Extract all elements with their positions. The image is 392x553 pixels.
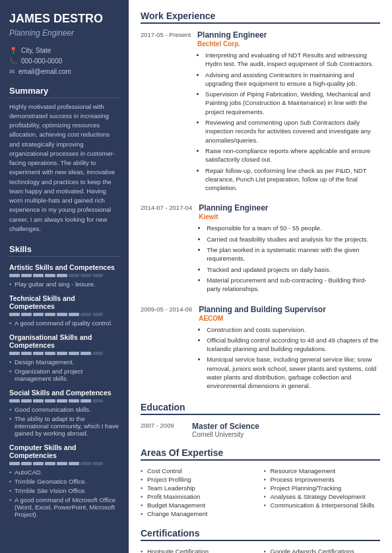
expertise-item: Budget Management (141, 502, 257, 509)
skill-item: Good communication skills. (9, 406, 119, 413)
skill-bars (9, 274, 119, 277)
summary-title: Summary (9, 86, 119, 98)
skill-bar (81, 399, 91, 403)
job-bullet: Raise non-compliance reports where appli… (205, 146, 380, 164)
expertise-item: Process Improvements (264, 476, 381, 483)
skill-item: Trimble Site Vision Office. (9, 487, 119, 494)
job-bullets: Interpreting and evaluating of NDT Resul… (197, 51, 380, 192)
job-bullet: Advising and assisting Contractors in ma… (205, 71, 380, 88)
job-title: Planning Engineer (199, 203, 380, 212)
edu-container: 2007 - 2009Master of ScienceCornell Univ… (141, 422, 380, 438)
skill-bars (9, 313, 119, 316)
expertise-item: Change Management (141, 510, 257, 517)
skill-bar (33, 399, 44, 403)
skill-bar (45, 462, 55, 465)
skill-bar (57, 462, 67, 465)
phone-icon: 📞 (9, 57, 17, 65)
skill-bar (45, 313, 55, 316)
job-company: AECOM (199, 315, 380, 322)
skill-bar (21, 313, 32, 316)
skill-bar (21, 352, 32, 355)
expertise-title: Areas Of Expertise (141, 447, 380, 461)
job-entry: 2014-07 - 2017-04Planning EngineerKiewit… (141, 203, 380, 295)
skill-group-title: Artistic Skills and Competences (9, 263, 119, 271)
job-bullets: Construction and costs supervision.Offic… (199, 325, 380, 391)
job-date: 2017-05 - Present (141, 30, 191, 194)
job-title: Planning Engineer (197, 30, 380, 40)
skill-bars (9, 399, 119, 403)
job-bullet: Interpreting and evaluating of NDT Resul… (205, 51, 380, 69)
expertise-item: Team Leadership (141, 484, 257, 492)
job-bullet: Material procurement and sub-contracting… (207, 276, 380, 294)
job-date: 2009-05 - 2014-06 (141, 305, 192, 393)
skill-bar (45, 274, 55, 277)
job-bullet: Official building control according to 4… (207, 336, 380, 354)
location-icon: 📍 (9, 47, 17, 54)
expertise-col2: Resource ManagementProcess ImprovementsP… (264, 467, 381, 519)
skill-bar (9, 462, 20, 465)
expertise-col1: Cost ControlProject ProfilingTeam Leader… (141, 467, 257, 519)
skill-bar (69, 274, 79, 277)
skill-bar (9, 399, 20, 403)
contact-location: 📍 City, State (9, 47, 119, 54)
skill-bar (57, 399, 67, 403)
skill-item: The ability to adapt to the internationa… (9, 415, 119, 437)
cert-grid: Hootsuite CertificationGoogle Analytics … (141, 548, 380, 553)
certifications-title: Certifications (141, 528, 380, 541)
certifications-section: Certifications Hootsuite CertificationGo… (141, 528, 380, 553)
skill-bar (45, 399, 55, 403)
job-bullet: Construction and costs supervision. (207, 325, 380, 334)
skill-bar (81, 352, 91, 355)
edu-date: 2007 - 2009 (141, 422, 185, 438)
skill-bar (33, 274, 44, 277)
skill-bar (9, 352, 20, 355)
job-company: Bechtel Corp. (197, 40, 380, 48)
skill-item: A good command of Microsoft Office (Word… (9, 496, 119, 518)
job-bullet: Tracked and updated projects on daily ba… (207, 265, 380, 274)
skill-bar (69, 399, 79, 403)
skill-bar (57, 274, 67, 277)
skill-bar (21, 399, 32, 403)
job-bullet: Supervision of Piping Fabrication, Weldi… (205, 90, 380, 116)
skill-group-title: Computer Skills and Competencies (9, 443, 119, 459)
job-date: 2014-07 - 2017-04 (141, 203, 192, 295)
skill-item: Design Management. (9, 358, 119, 366)
contact-email: ✉ email@email.com (9, 68, 119, 75)
jobs-container: 2017-05 - PresentPlanning EngineerBechte… (141, 30, 380, 393)
candidate-name: JAMES DESTRO (9, 12, 119, 26)
cert-col2: Google Adwords Certifications (264, 548, 381, 553)
expertise-section: Areas Of Expertise Cost ControlProject P… (141, 447, 380, 519)
skill-bar (9, 274, 20, 277)
skills-container: Artistic Skills and CompetencesPlay guit… (9, 263, 119, 518)
work-experience-title: Work Experience (141, 11, 380, 24)
job-company: Kiewit (199, 213, 380, 220)
skill-bar (33, 352, 44, 355)
summary-text: Highly motivated professional with demon… (9, 102, 119, 234)
skill-group-title: Social Skills and Competences (9, 389, 119, 397)
cert-col1: Hootsuite CertificationGoogle Analytics … (141, 548, 257, 553)
cert-item: Hootsuite Certification (141, 548, 257, 553)
job-bullet: Municipal service base, including genera… (207, 355, 380, 390)
skill-bar (69, 462, 79, 465)
expertise-item: Analyses & Strategy Development (264, 493, 381, 500)
skill-item: AutoCAD. (9, 469, 119, 476)
skill-bar (92, 313, 103, 316)
job-bullet: Carried out feasibility studies and anal… (207, 235, 380, 244)
skills-title: Skills (9, 244, 119, 257)
cert-item: Google Adwords Certifications (264, 548, 381, 553)
expertise-grid: Cost ControlProject ProfilingTeam Leader… (141, 467, 380, 519)
skill-item: Trimble Geomatics Office. (9, 478, 119, 485)
skill-group-title: Technical Skills and Competences (9, 294, 119, 310)
job-entry: 2009-05 - 2014-06Planning and Building S… (141, 305, 380, 393)
edu-content: Master of ScienceCornell University (192, 422, 259, 438)
contact-phone: 📞 000-000-0000 (9, 57, 119, 65)
main-content: Work Experience 2017-05 - PresentPlannin… (129, 0, 392, 553)
cert-container: Hootsuite CertificationGoogle Analytics … (141, 548, 380, 553)
skill-bar (92, 274, 103, 277)
skill-bar (81, 462, 91, 465)
job-content: Planning EngineerBechtel Corp.Interpreti… (197, 30, 380, 194)
expertise-item: Resource Management (264, 467, 381, 474)
job-bullet: The plan worked in a systematic manner w… (207, 245, 380, 263)
edu-school: Cornell University (192, 431, 259, 438)
skill-item: Play guitar and sing - leisure. (9, 280, 119, 288)
